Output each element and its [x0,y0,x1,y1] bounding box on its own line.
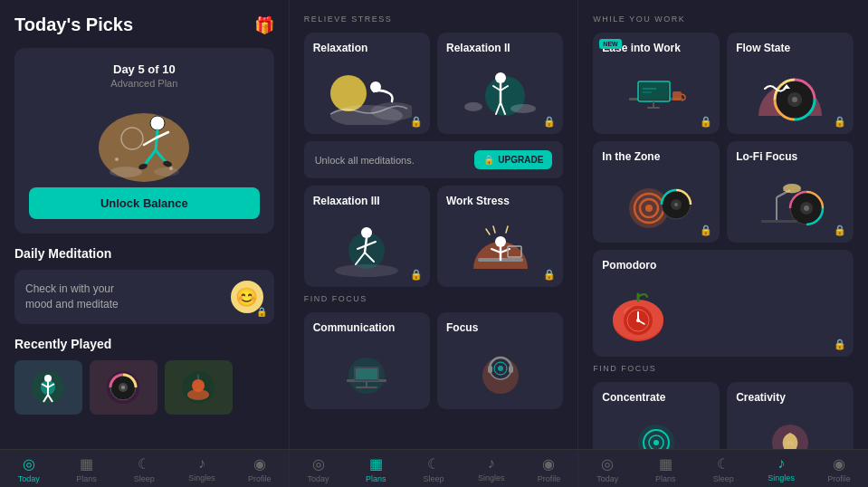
pomodoro-card[interactable]: Pomodoro [593,250,854,357]
relaxation2-card[interactable]: Relaxation II [437,33,563,134]
relaxation-title: Relaxation [313,42,368,54]
upgrade-button[interactable]: 🔒 UPGRADE [474,150,552,169]
svg-point-13 [154,167,179,177]
rp-item-2[interactable] [90,360,157,415]
nav1-singles[interactable]: ♪ Singles [173,455,231,483]
flow-state-card[interactable]: Flow State [727,33,854,134]
daily-meditation-title: Daily Meditation [14,246,274,261]
focus-illus [446,338,554,400]
ease-into-work-card[interactable]: NEW Ease into Work [593,33,720,134]
nav1-sleep[interactable]: ☾ Sleep [115,455,173,483]
nav1-profile[interactable]: ◉ Profile [231,455,289,483]
in-the-zone-card[interactable]: In the Zone [593,141,720,243]
bottom-nav-3: ◎ Today ▦ Plans ☾ Sleep ♪ Singles ◉ Prof… [578,449,868,487]
singles-icon-2: ♪ [488,455,495,472]
unlock-balance-button[interactable]: Unlock Balance [29,187,260,219]
work-stress-lock: 🔒 [543,269,556,281]
svg-point-12 [110,167,142,177]
svg-rect-73 [488,366,492,373]
nav3-singles[interactable]: ♪ Singles [752,455,810,483]
svg-point-38 [495,72,506,83]
mood-lock-icon: 🔒 [256,307,267,317]
rp-item-1[interactable] [14,360,82,415]
recently-played-row [14,360,274,415]
nav3-plans[interactable]: ▦ Plans [636,455,694,483]
ease-svg [611,62,701,125]
nav2-plans[interactable]: ▦ Plans [347,455,405,483]
svg-point-109 [636,319,640,322]
relieve-stress-row1: Relaxation 🔒 [304,33,564,134]
today-icon: ◎ [23,455,35,473]
nav1-plans[interactable]: ▦ Plans [58,455,116,483]
nav1-today[interactable]: ◎ Today [0,455,58,483]
panel-today: Today's Picks 🎁 Day 5 of 10 Advanced Pla… [0,0,290,487]
lofi-svg [745,170,835,234]
relaxation-card[interactable]: Relaxation 🔒 [304,33,430,134]
nav3-today[interactable]: ◎ Today [578,455,636,483]
nav3-sleep[interactable]: ☾ Sleep [694,455,752,483]
communication-illus [313,338,421,400]
creativity-svg [745,411,835,449]
relaxation2-title: Relaxation II [446,42,510,54]
while-work-row1: NEW Ease into Work [593,33,854,134]
find-focus-row3: Concentrate Creativity [593,382,854,449]
relaxation3-card[interactable]: Relaxation III 🔒 [304,186,430,287]
plans-icon-3: ▦ [659,455,672,473]
relaxation3-lock: 🔒 [410,269,423,281]
focus-card[interactable]: Focus [437,312,563,409]
nav2-today[interactable]: ◎ Today [290,455,348,483]
panel-singles: WHILE YOU WORK NEW Ease into Work [578,0,868,487]
svg-rect-74 [509,366,513,373]
creativity-card[interactable]: Creativity [727,382,854,449]
profile-icon-2: ◉ [542,455,555,473]
work-stress-card[interactable]: Work Stress [437,186,563,287]
panel-plans: RELIEVE STRESS Relaxation [290,0,579,487]
flow-illus [736,58,844,125]
svg-rect-82 [672,91,682,100]
find-focus-label-2: FIND FOCUS [304,294,564,303]
svg-point-90 [645,205,653,212]
nav3-profile[interactable]: ◉ Profile [810,455,868,483]
profile-icon: ◉ [253,455,266,473]
plans-icon: ▦ [80,455,93,473]
gift-icon[interactable]: 🎁 [254,15,274,35]
svg-line-59 [486,229,490,234]
relaxation-illus [313,58,421,125]
flow-lock: 🔒 [834,116,846,128]
svg-rect-100 [761,220,797,223]
nav2-singles[interactable]: ♪ Singles [463,455,520,483]
pomodoro-title: Pomodoro [602,259,656,272]
communication-card[interactable]: Communication [304,312,430,409]
relaxation2-svg [455,62,546,125]
rp-illus-1 [14,360,82,415]
concentrate-card[interactable]: Concentrate [593,382,720,449]
lofi-focus-card[interactable]: Lo-Fi Focus [727,141,854,243]
rp-illus-3 [165,360,233,415]
relaxation-lock: 🔒 [410,116,423,128]
sleep-icon-3: ☾ [717,455,730,473]
lofi-lock: 🔒 [834,224,846,236]
concentrate-illus [602,407,711,449]
sleep-icon: ☾ [138,455,150,473]
mood-card[interactable]: Check in with your mood and meditate 😊 🔒 [14,270,274,324]
work-stress-svg [455,215,546,278]
day-card: Day 5 of 10 Advanced Plan [14,48,274,234]
relaxation3-svg [321,215,412,278]
in-the-zone-title: In the Zone [602,150,660,163]
plan-label: Advanced Plan [110,78,177,89]
recently-played-title: Recently Played [14,337,274,351]
pomodoro-lock: 🔒 [834,339,846,350]
rp-illus-2 [90,360,157,415]
bottom-nav-1: ◎ Today ▦ Plans ☾ Sleep ♪ Singles ◉ Prof… [0,449,289,487]
nav2-sleep[interactable]: ☾ Sleep [405,455,463,483]
svg-point-55 [495,236,506,247]
zone-lock: 🔒 [700,224,712,236]
concentrate-title: Concentrate [602,391,665,404]
today-illustration [85,98,203,184]
singles-icon-3: ♪ [777,455,785,472]
svg-rect-66 [356,368,377,379]
svg-point-85 [792,97,797,102]
nav2-profile[interactable]: ◉ Profile [520,455,578,483]
rp-item-3[interactable] [165,360,233,415]
flow-state-title: Flow State [736,42,790,54]
